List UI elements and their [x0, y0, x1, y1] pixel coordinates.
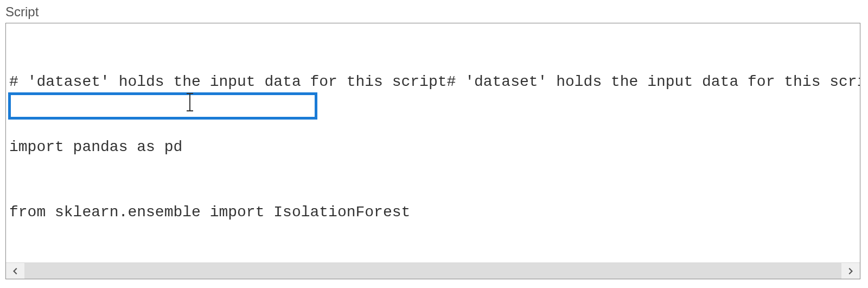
scroll-track[interactable]: [24, 263, 841, 279]
chevron-right-icon: [846, 267, 855, 276]
scroll-left-button[interactable]: [6, 263, 24, 279]
chevron-left-icon: [11, 267, 20, 276]
code-line: from sklearn.ensemble import IsolationFo…: [9, 202, 857, 223]
script-editor-container: # 'dataset' holds the input data for thi…: [5, 23, 860, 279]
highlight-rectangle: [8, 92, 317, 120]
script-label: Script: [5, 4, 863, 20]
text-caret-icon: [189, 93, 190, 111]
horizontal-scrollbar[interactable]: [6, 262, 860, 279]
code-line: import pandas as pd: [9, 136, 857, 158]
scroll-right-button[interactable]: [841, 263, 860, 279]
script-editor[interactable]: # 'dataset' holds the input data for thi…: [6, 23, 860, 262]
code-line: # 'dataset' holds the input data for thi…: [9, 71, 857, 93]
